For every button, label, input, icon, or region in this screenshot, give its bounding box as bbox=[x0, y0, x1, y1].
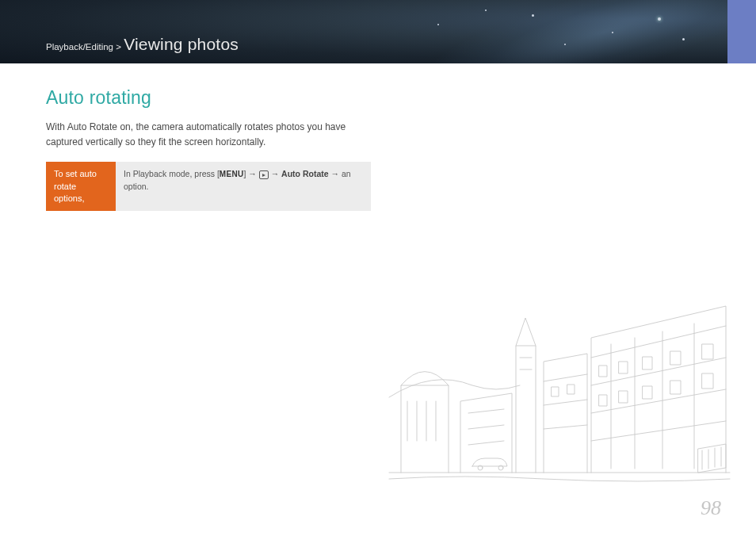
svg-line-8 bbox=[468, 441, 504, 445]
svg-line-11 bbox=[591, 389, 726, 413]
breadcrumb-title: Viewing photos bbox=[124, 35, 239, 53]
breadcrumb-section: Playback/Editing bbox=[46, 42, 113, 52]
breadcrumb: Playback/Editing > Viewing photos bbox=[46, 35, 239, 54]
star-decoration bbox=[564, 44, 566, 45]
page-number: 98 bbox=[701, 496, 721, 520]
svg-line-28 bbox=[544, 400, 587, 405]
background-illustration bbox=[385, 282, 734, 488]
page-header: Playback/Editing > Viewing photos bbox=[0, 0, 756, 63]
section-description: With Auto Rotate on, the camera automati… bbox=[46, 120, 363, 149]
menu-button-glyph: MENU bbox=[220, 168, 244, 180]
star-decoration bbox=[485, 10, 487, 11]
svg-rect-20 bbox=[670, 351, 681, 365]
instruction-label: To set auto rotate options, bbox=[46, 162, 116, 211]
star-decoration bbox=[532, 14, 534, 17]
svg-rect-24 bbox=[643, 386, 652, 399]
star-decoration bbox=[612, 32, 613, 33]
svg-rect-19 bbox=[643, 357, 652, 369]
playback-icon: ▸ bbox=[259, 170, 269, 180]
star-decoration bbox=[437, 24, 439, 25]
corner-ribbon bbox=[727, 0, 756, 63]
svg-rect-17 bbox=[599, 366, 607, 377]
header-swoosh-graphic bbox=[398, 0, 756, 63]
breadcrumb-separator: > bbox=[113, 42, 124, 52]
svg-rect-25 bbox=[670, 381, 681, 394]
svg-rect-26 bbox=[702, 373, 713, 389]
section-title: Auto rotating bbox=[46, 87, 710, 109]
svg-rect-31 bbox=[567, 385, 575, 394]
svg-line-12 bbox=[591, 421, 726, 441]
svg-rect-18 bbox=[619, 362, 628, 373]
svg-rect-22 bbox=[599, 395, 607, 406]
svg-line-10 bbox=[591, 358, 726, 385]
svg-line-9 bbox=[591, 326, 726, 358]
instruction-row: To set auto rotate options, In Playback … bbox=[46, 162, 371, 211]
svg-line-7 bbox=[468, 425, 504, 429]
arrow-glyph: → bbox=[269, 169, 281, 178]
instruction-target: Auto Rotate bbox=[281, 169, 329, 178]
svg-rect-21 bbox=[702, 344, 713, 359]
svg-line-29 bbox=[544, 425, 587, 429]
instruction-prefix: In Playback mode, press [ bbox=[124, 169, 220, 178]
page-content: Auto rotating With Auto Rotate on, the c… bbox=[0, 63, 756, 211]
svg-line-6 bbox=[468, 409, 504, 413]
star-decoration bbox=[682, 38, 685, 40]
svg-rect-23 bbox=[619, 391, 628, 403]
svg-line-27 bbox=[544, 374, 587, 381]
arrow-glyph: → bbox=[246, 169, 258, 178]
star-decoration bbox=[658, 17, 661, 21]
instruction-body: In Playback mode, press [MENU] → ▸ → Aut… bbox=[116, 162, 371, 211]
svg-rect-30 bbox=[552, 387, 559, 396]
